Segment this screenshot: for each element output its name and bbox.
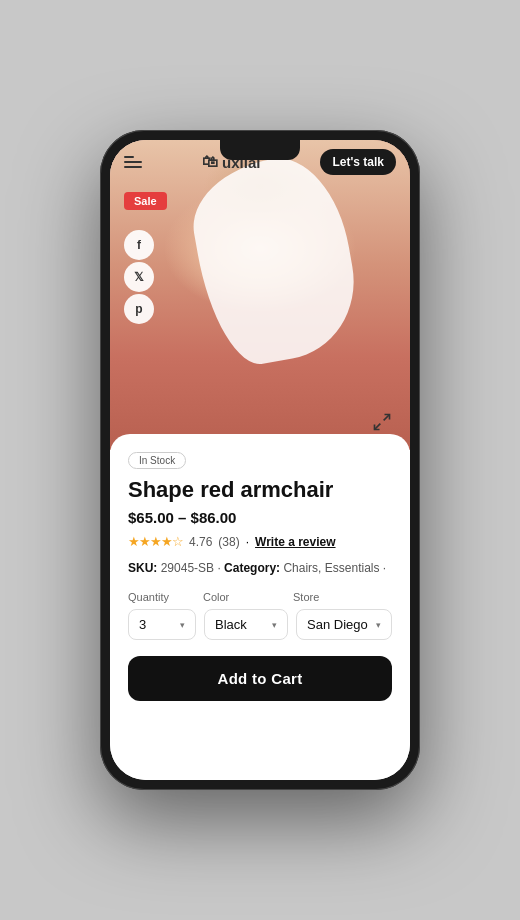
social-sidebar: f 𝕏 p (124, 230, 154, 324)
store-select[interactable]: San Diego ▾ (296, 609, 392, 640)
facebook-button[interactable]: f (124, 230, 154, 260)
svg-line-0 (384, 415, 390, 421)
quantity-chevron-icon: ▾ (180, 620, 185, 630)
add-to-cart-button[interactable]: Add to Cart (128, 656, 392, 701)
product-image: 🛍 uxiial Let's talk Sale f 𝕏 p (110, 140, 410, 450)
quantity-label: Quantity (128, 591, 203, 603)
category-label: Category: (224, 561, 280, 575)
color-select[interactable]: Black ▾ (204, 609, 288, 640)
hamburger-menu[interactable] (124, 156, 142, 168)
color-chevron-icon: ▾ (272, 620, 277, 630)
rating-row: ★★★★☆ 4.76 (38) · Write a review (128, 534, 392, 549)
sale-badge: Sale (124, 192, 167, 210)
product-details-panel: In Stock Shape red armchair $65.00 – $86… (110, 434, 410, 780)
logo-icon: 🛍 (202, 153, 218, 171)
rating-count: (38) (218, 535, 239, 549)
pinterest-button[interactable]: p (124, 294, 154, 324)
category-value: Chairs, Essentials (283, 561, 379, 575)
pinterest-icon: p (135, 302, 142, 316)
quantity-select[interactable]: 3 ▾ (128, 609, 196, 640)
product-title: Shape red armchair (128, 477, 392, 503)
meta-dot: · (383, 561, 386, 575)
separator: · (246, 535, 249, 549)
phone-frame: 🛍 uxiial Let's talk Sale f 𝕏 p (100, 130, 420, 790)
lets-talk-button[interactable]: Let's talk (320, 149, 396, 175)
selector-labels: Quantity Color Store (128, 591, 392, 603)
twitter-icon: 𝕏 (134, 270, 144, 284)
store-value: San Diego (307, 617, 368, 632)
phone-screen: 🛍 uxiial Let's talk Sale f 𝕏 p (110, 140, 410, 780)
color-value: Black (215, 617, 247, 632)
svg-line-1 (375, 424, 381, 430)
color-label: Color (203, 591, 293, 603)
product-meta: SKU: 29045-SB · Category: Chairs, Essent… (128, 559, 392, 577)
selectors-row: 3 ▾ Black ▾ San Diego ▾ (128, 609, 392, 640)
store-label: Store (293, 591, 392, 603)
store-chevron-icon: ▾ (376, 620, 381, 630)
sku-label: SKU: (128, 561, 157, 575)
product-price: $65.00 – $86.00 (128, 509, 392, 526)
star-rating: ★★★★☆ (128, 534, 183, 549)
expand-button[interactable] (368, 408, 396, 436)
sku-value: 29045-SB (161, 561, 214, 575)
phone-notch (220, 140, 300, 160)
in-stock-badge: In Stock (128, 452, 186, 469)
write-review-link[interactable]: Write a review (255, 535, 335, 549)
expand-icon (372, 412, 392, 432)
rating-value: 4.76 (189, 535, 212, 549)
facebook-icon: f (137, 238, 141, 252)
twitter-button[interactable]: 𝕏 (124, 262, 154, 292)
quantity-value: 3 (139, 617, 146, 632)
